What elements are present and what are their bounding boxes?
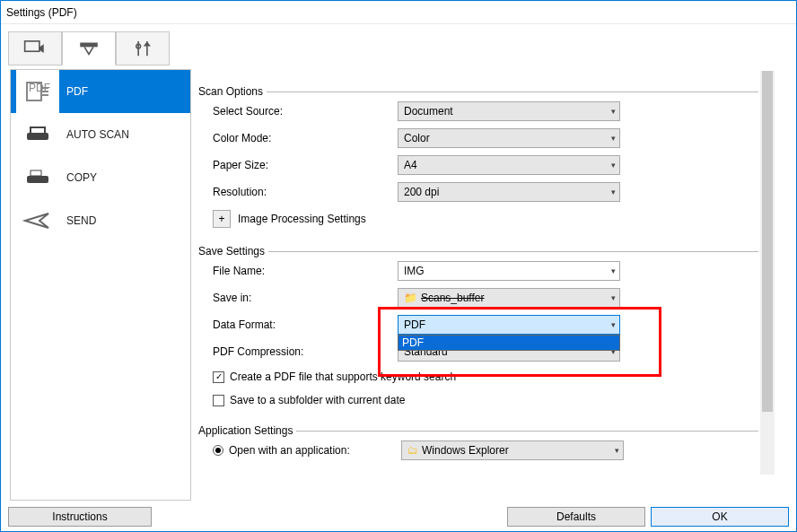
svg-rect-0 xyxy=(25,41,39,51)
ok-button[interactable]: OK xyxy=(651,507,789,527)
color-mode-value: Color xyxy=(404,132,430,144)
data-format-option-pdf[interactable]: PDF xyxy=(398,336,619,350)
save-in-value: Scans_buffer xyxy=(421,292,485,304)
open-with-label: Open with an application: xyxy=(229,444,401,457)
subfolder-date-label: Save to a subfolder with current date xyxy=(230,394,405,406)
content-area: Scan Options Select Source: Document ▾ C… xyxy=(198,69,775,501)
top-tabs xyxy=(1,24,796,65)
paper-size-value: A4 xyxy=(404,159,417,171)
body-area: PDF PDF AUTO SCAN COPY SEND xyxy=(1,65,796,501)
sidebar-item-label: AUTO SCAN xyxy=(65,128,185,141)
instructions-button[interactable]: Instructions xyxy=(8,507,152,527)
explorer-icon: 🗂 xyxy=(407,444,418,457)
open-with-radio[interactable] xyxy=(213,445,223,456)
sidebar-item-pdf[interactable]: PDF PDF xyxy=(11,70,190,113)
file-name-label: File Name: xyxy=(213,265,398,277)
chevron-down-icon: ▾ xyxy=(611,107,616,116)
sidebar-item-copy[interactable]: COPY xyxy=(11,156,190,199)
file-name-value: IMG xyxy=(404,265,425,277)
data-format-value: PDF xyxy=(404,318,425,331)
sidebar-item-label: COPY xyxy=(65,171,185,184)
chevron-down-icon: ▾ xyxy=(611,188,616,196)
data-format-label: Data Format: xyxy=(213,318,398,331)
subfolder-date-checkbox[interactable] xyxy=(213,395,224,406)
folder-icon: 📁 xyxy=(404,292,417,304)
sidebar-item-label: SEND xyxy=(65,214,185,227)
settings-window: Settings (PDF) PDF PDF AUTO SCAN xyxy=(0,0,797,532)
scanner-icon xyxy=(77,39,101,57)
footer: Instructions Defaults OK xyxy=(1,501,796,531)
copy-icon xyxy=(16,156,59,199)
scrollbar-thumb[interactable] xyxy=(762,71,773,412)
pdf-compression-label: PDF Compression: xyxy=(213,345,398,358)
svg-rect-6 xyxy=(27,176,48,183)
sidebar: PDF PDF AUTO SCAN COPY SEND xyxy=(10,69,191,501)
sidebar-item-autoscan[interactable]: AUTO SCAN xyxy=(11,113,190,156)
select-source-label: Select Source: xyxy=(213,105,398,118)
resolution-combo[interactable]: 200 dpi ▾ xyxy=(398,182,620,202)
open-with-combo[interactable]: 🗂Windows Explorer ▾ xyxy=(401,440,624,460)
data-format-dropdown: PDF xyxy=(398,335,620,351)
save-settings-legend: Save Settings xyxy=(198,245,268,257)
tab-device[interactable] xyxy=(8,31,62,65)
svg-rect-1 xyxy=(80,43,98,48)
keyword-search-label: Create a PDF file that supports keyword … xyxy=(230,371,456,383)
keyword-search-checkbox[interactable] xyxy=(213,371,224,383)
color-mode-label: Color Mode: xyxy=(213,132,398,144)
send-icon xyxy=(16,199,59,242)
chevron-down-icon: ▾ xyxy=(611,161,616,170)
tools-icon xyxy=(131,39,154,57)
scan-options-legend: Scan Options xyxy=(198,85,267,98)
save-settings-group: Save Settings File Name: IMG ▾ Save in: … xyxy=(198,245,758,412)
file-name-input[interactable]: IMG ▾ xyxy=(398,261,620,281)
chevron-down-icon: ▾ xyxy=(611,266,616,275)
paper-size-label: Paper Size: xyxy=(213,159,398,171)
chevron-down-icon: ▾ xyxy=(611,134,616,143)
open-with-value: Windows Explorer xyxy=(422,444,509,457)
save-in-combo[interactable]: 📁Scans_buffer ▾ xyxy=(398,288,620,308)
defaults-button[interactable]: Defaults xyxy=(507,507,645,527)
application-settings-group: Application Settings Open with an applic… xyxy=(198,424,758,464)
scan-options-group: Scan Options Select Source: Document ▾ C… xyxy=(198,85,758,232)
chevron-down-icon: ▾ xyxy=(611,293,616,302)
sidebar-item-label: PDF xyxy=(65,85,185,98)
select-source-combo[interactable]: Document ▾ xyxy=(398,101,620,121)
autoscan-icon xyxy=(16,113,59,156)
paper-size-combo[interactable]: A4 ▾ xyxy=(398,155,620,175)
chevron-down-icon: ▾ xyxy=(615,446,619,455)
pdf-icon: PDF xyxy=(16,70,59,113)
scrollbar-track[interactable] xyxy=(760,71,775,475)
chevron-down-icon: ▾ xyxy=(611,320,616,329)
save-in-label: Save in: xyxy=(213,292,398,304)
data-format-combo[interactable]: PDF ▾ PDF xyxy=(398,315,620,335)
resolution-label: Resolution: xyxy=(213,186,398,198)
window-title: Settings (PDF) xyxy=(1,1,796,24)
monitor-icon xyxy=(23,39,47,57)
tab-scanner[interactable] xyxy=(62,31,116,65)
sidebar-item-send[interactable]: SEND xyxy=(11,199,190,242)
resolution-value: 200 dpi xyxy=(404,186,439,198)
application-settings-legend: Application Settings xyxy=(198,424,296,437)
svg-rect-7 xyxy=(31,170,41,176)
image-processing-expand-button[interactable]: + xyxy=(213,210,231,228)
tab-tools[interactable] xyxy=(116,31,170,65)
image-processing-label: Image Processing Settings xyxy=(238,213,366,225)
color-mode-combo[interactable]: Color ▾ xyxy=(398,128,620,148)
select-source-value: Document xyxy=(404,105,453,118)
